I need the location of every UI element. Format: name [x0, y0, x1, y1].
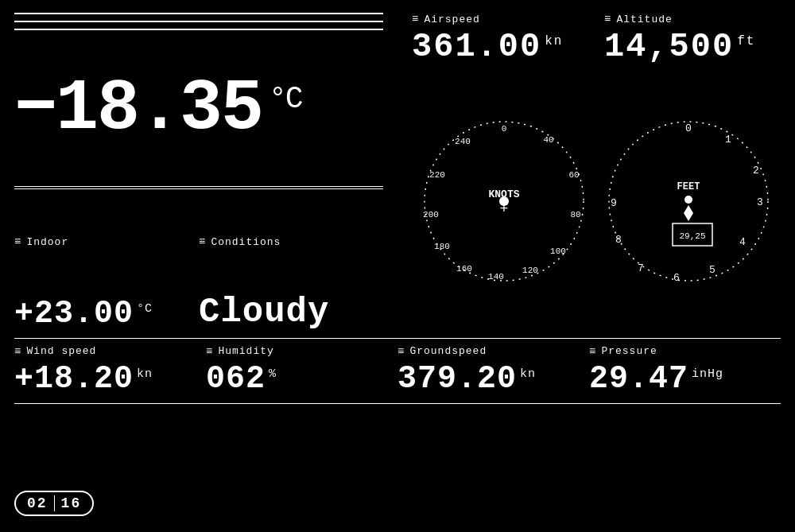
- svg-text:7: 7: [638, 262, 644, 274]
- svg-text:40: 40: [543, 135, 553, 145]
- indoor-label-col: Indoor: [14, 235, 199, 251]
- stats-values: + 18.20 kn 062 % 379.20 kn 29.47 inHg: [0, 361, 795, 403]
- airspeed-section: Airspeed 361.00 kn: [398, 0, 596, 68]
- altitude-value: 14,500 ft: [604, 29, 781, 65]
- svg-text:80: 80: [570, 210, 580, 219]
- svg-text:FEET: FEET: [677, 181, 700, 192]
- clock-hours: 02: [27, 495, 48, 511]
- conditions-label-col: Conditions: [199, 235, 383, 251]
- airspeed-label: Airspeed: [412, 13, 588, 25]
- svg-text:9: 9: [611, 197, 617, 209]
- clock: 02 16: [14, 491, 94, 516]
- temperature-display: − 18.35 °C: [0, 68, 398, 145]
- svg-text:240: 240: [455, 137, 471, 146]
- svg-text:0: 0: [685, 122, 692, 134]
- sub-labels-row: Indoor Conditions: [0, 231, 398, 251]
- pressure-value: 29.47 inHg: [589, 361, 781, 397]
- svg-marker-29: [684, 205, 693, 221]
- svg-text:6: 6: [673, 272, 680, 284]
- feet-gauge: 0 1 2 3 4 5 6 7 8 9 FEET 29,25: [601, 114, 776, 293]
- groundspeed-label-col: Groundspeed: [398, 345, 589, 361]
- gauges-panel: // We'll generate dots via JS after 0 40…: [398, 68, 795, 337]
- svg-text:220: 220: [429, 170, 445, 180]
- humidity-label-col: Humidity: [206, 345, 398, 361]
- dashboard: Airspeed 361.00 kn Altitude 14,500 ft − …: [0, 0, 795, 532]
- altitude-label: Altitude: [604, 13, 781, 25]
- top-line-2: [14, 21, 383, 22]
- temp-value: 18.35: [56, 73, 262, 145]
- wind-speed-value: + 18.20 kn: [14, 361, 206, 397]
- svg-text:29,25: 29,25: [679, 231, 705, 241]
- groundspeed-value: 379.20 kn: [398, 361, 589, 397]
- sub-values-row: + 23.00 °C Cloudy: [0, 292, 398, 338]
- temp-sign: −: [14, 73, 56, 145]
- svg-text:8: 8: [615, 234, 622, 246]
- humidity-label: Humidity: [206, 345, 398, 358]
- svg-text:0: 0: [502, 124, 507, 134]
- pressure-label: Pressure: [589, 345, 781, 358]
- wind-speed-value-col: + 18.20 kn: [14, 361, 206, 397]
- pressure-value-col: 29.47 inHg: [589, 361, 781, 397]
- altitude-section: Altitude 14,500 ft: [596, 0, 795, 68]
- svg-text:4: 4: [739, 236, 746, 248]
- clock-separator: [54, 495, 55, 511]
- svg-point-16: [499, 196, 509, 206]
- wind-speed-label-col: Wind speed: [14, 345, 206, 361]
- clock-row: 02 16: [0, 404, 795, 532]
- wind-speed-label: Wind speed: [14, 345, 206, 358]
- clock-minutes: 16: [61, 495, 82, 511]
- svg-text:180: 180: [434, 242, 450, 251]
- svg-text:160: 160: [456, 264, 472, 274]
- airspeed-value: 361.00 kn: [412, 29, 588, 65]
- conditions-value: Cloudy: [199, 292, 383, 332]
- svg-text:140: 140: [488, 272, 504, 282]
- temp-unit: °C: [269, 84, 302, 115]
- svg-text:120: 120: [522, 266, 538, 275]
- indoor-value: + 23.00 °C: [14, 296, 199, 332]
- conditions-value-col: Cloudy: [199, 292, 383, 332]
- svg-text:1: 1: [725, 134, 731, 146]
- stats-labels: Wind speed Humidity Groundspeed Pressure: [0, 339, 795, 361]
- humidity-value-col: 062 %: [206, 361, 398, 397]
- svg-text:3: 3: [757, 196, 763, 208]
- divider-1: [14, 186, 383, 187]
- top-line-1: [14, 13, 383, 14]
- top-lines: [0, 0, 398, 68]
- svg-text:2: 2: [753, 165, 759, 177]
- pressure-label-col: Pressure: [589, 345, 781, 361]
- groundspeed-label: Groundspeed: [398, 345, 589, 358]
- mid-dividers: [0, 184, 398, 191]
- indoor-label: Indoor: [14, 235, 199, 248]
- svg-text:5: 5: [709, 264, 716, 276]
- humidity-value: 062 %: [206, 361, 398, 397]
- svg-point-32: [684, 196, 692, 204]
- groundspeed-value-col: 379.20 kn: [398, 361, 589, 397]
- indoor-value-col: + 23.00 °C: [14, 296, 199, 332]
- conditions-label: Conditions: [199, 235, 383, 248]
- left-panel: − 18.35 °C Indoor Conditions: [0, 68, 398, 337]
- top-line-3: [14, 29, 383, 30]
- knots-gauge: // We'll generate dots via JS after 0 40…: [417, 114, 591, 293]
- divider-2: [14, 188, 383, 189]
- svg-text:60: 60: [568, 170, 579, 180]
